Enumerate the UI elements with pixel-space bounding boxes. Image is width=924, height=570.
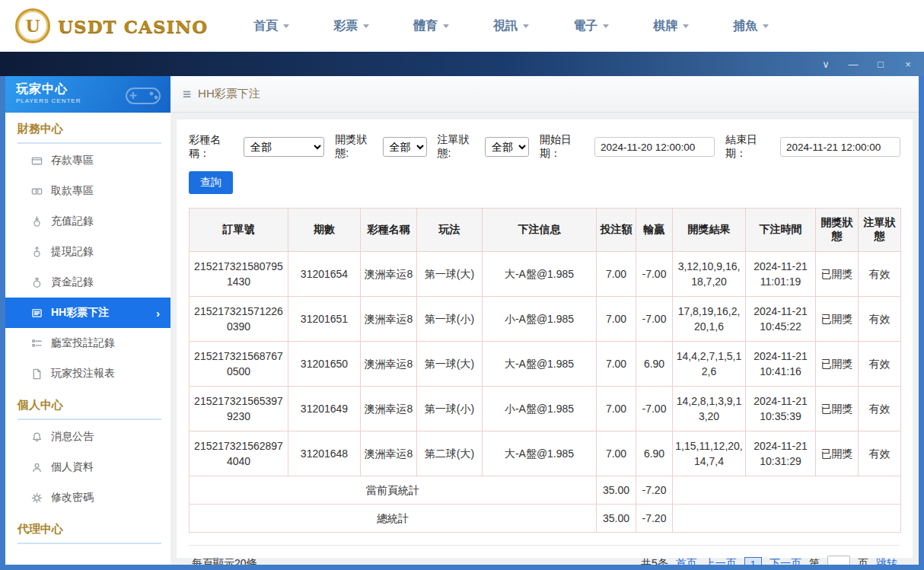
sidebar-item-change-password[interactable]: 修改密碼 (5, 482, 170, 513)
panel-wrap: 彩種名稱： 全部 開獎狀態: 全部 注單狀態: 全部 開始日期： (170, 113, 919, 565)
breadcrumb: ≡ HH彩票下注 (170, 76, 919, 113)
first-page-link[interactable]: 首页 (676, 557, 697, 565)
draw-status-select[interactable]: 全部 (383, 137, 427, 157)
sidebar-item-recharge-records[interactable]: 充值記錄 (5, 206, 170, 237)
total-summary-row: 總統計 35.00 -7.20 (190, 505, 901, 533)
cell-draw-result: 14,4,2,7,1,5,12,6 (673, 342, 746, 387)
cell-bet-info: 大-A盤@1.985 (483, 431, 597, 476)
current-page[interactable]: 1 (744, 557, 762, 565)
cell-winloss: -7.00 (636, 387, 673, 431)
table-row: 2152173215807951430 31201654 澳洲幸运8 第一球(大… (190, 252, 901, 297)
cell-lottery: 澳洲幸运8 (361, 431, 417, 476)
cell-period: 31201654 (288, 252, 361, 297)
jump-page-input[interactable] (827, 556, 850, 565)
table-row: 2152173215712260390 31201651 澳洲幸运8 第一球(小… (190, 297, 901, 342)
cell-bet-amount: 7.00 (597, 387, 636, 431)
site-header: U USDT CASINO 首頁 彩票 體育 視訊 電子 棋牌 捕魚 (0, 0, 924, 52)
order-status-select[interactable]: 全部 (485, 137, 529, 157)
lottery-name-select[interactable]: 全部 (244, 137, 324, 157)
bet-table: 訂單號 期數 彩種名稱 玩法 下注信息 投注額 輸贏 開獎結果 下注時間 開獎狀… (189, 208, 901, 533)
total-summary-label: 總統計 (190, 505, 597, 533)
sidebar-section-finance[interactable]: 財務中心 (18, 122, 161, 144)
cell-winloss: -7.00 (636, 297, 673, 342)
table-row: 2152173215687670500 31201650 澳洲幸运8 第一球(大… (190, 342, 901, 387)
nav-item-home[interactable]: 首頁 (253, 18, 289, 34)
chevron-right-icon: › (156, 307, 160, 320)
sidebar-section-agent[interactable]: 代理中心 (18, 522, 161, 544)
window-close-icon[interactable]: × (903, 59, 913, 69)
cell-order-no: 2152173215712260390 (190, 297, 288, 342)
cell-draw-status: 已開獎 (816, 387, 859, 431)
cell-order-status: 有效 (859, 342, 901, 387)
nav-item-fishing[interactable]: 捕魚 (733, 18, 769, 34)
panel: 彩種名稱： 全部 開獎狀態: 全部 注單狀態: 全部 開始日期： (177, 119, 913, 558)
table-footer: 每頁顯示20條 共5条 首页 上一页 1 下一页 第 页 跳转 (189, 545, 900, 565)
cell-winloss: 6.90 (636, 431, 673, 476)
sidebar-header: 玩家中心 PLAYERS CENTER (5, 76, 170, 113)
sidebar-item-deposit[interactable]: 存款專區 (5, 145, 170, 176)
cell-draw-status: 已開獎 (816, 252, 859, 297)
column-header-period: 期數 (288, 209, 361, 252)
nav-item-slots[interactable]: 電子 (573, 18, 609, 34)
start-date-input[interactable] (594, 137, 715, 157)
nav-item-cards[interactable]: 棋牌 (653, 18, 689, 34)
cell-bet-time: 2024-11-21 10:35:39 (746, 387, 816, 431)
page-title: HH彩票下注 (198, 87, 260, 101)
chevron-down-icon (443, 24, 449, 28)
cell-draw-result: 14,2,8,1,3,9,13,20 (673, 387, 746, 431)
column-header-bet-amount: 投注額 (597, 209, 636, 252)
jump-button[interactable]: 跳转 (876, 557, 897, 565)
chevron-down-icon (763, 24, 769, 28)
site-logo[interactable]: U USDT CASINO (15, 8, 208, 43)
end-date-input[interactable] (780, 137, 900, 157)
cell-order-no: 2152173215807951430 (190, 252, 288, 297)
column-header-lottery: 彩種名稱 (361, 209, 417, 252)
cell-bet-info: 小-A盤@1.985 (483, 297, 597, 342)
sidebar-item-withdraw[interactable]: 取款專區 (5, 176, 170, 206)
gamepad-icon (123, 82, 163, 107)
menu-toggle-icon[interactable]: ≡ (183, 86, 191, 103)
sidebar-item-cashout-records[interactable]: 提現記錄 (5, 237, 170, 267)
sidebar-item-hall-bet-records[interactable]: 廳室投註記錄 (5, 328, 170, 358)
window-maximize-icon[interactable]: □ (875, 59, 886, 69)
cell-bet-amount: 7.00 (597, 431, 636, 476)
next-page-link[interactable]: 下一页 (769, 557, 801, 565)
cell-winloss: -7.00 (636, 252, 673, 297)
column-header-order-status: 注單狀態 (859, 209, 901, 252)
cell-order-status: 有效 (859, 297, 901, 342)
search-button[interactable]: 查詢 (189, 171, 233, 194)
table-row: 2152173215653979230 31201649 澳洲幸运8 第一球(小… (190, 387, 901, 431)
column-header-bet-info: 下注信息 (483, 209, 597, 252)
nav-item-lottery[interactable]: 彩票 (333, 18, 369, 34)
sidebar-item-hh-lottery-bets[interactable]: HH彩票下注 › (5, 298, 170, 328)
cell-bet-info: 小-A盤@1.985 (483, 387, 597, 431)
nav-item-live[interactable]: 視訊 (493, 18, 529, 34)
bell-icon (31, 431, 43, 443)
sidebar-item-funds-records[interactable]: 資金記錄 (5, 267, 170, 298)
cashout-icon (31, 247, 43, 258)
gear-icon (31, 492, 43, 504)
column-header-draw-result: 開獎結果 (673, 209, 746, 252)
sidebar-section-personal[interactable]: 個人中心 (18, 398, 161, 420)
column-header-bet-time: 下注時間 (746, 209, 816, 252)
table-row: 2152173215628974040 31201648 澳洲幸运8 第二球(大… (190, 431, 901, 476)
sidebar-item-player-bet-report[interactable]: 玩家投注報表 (5, 358, 170, 389)
cell-lottery: 澳洲幸运8 (361, 342, 417, 387)
sidebar-item-profile[interactable]: 個人資料 (5, 452, 170, 482)
page-summary-winloss: -7.20 (636, 476, 673, 505)
cell-draw-result: 1,15,11,12,20,14,7,4 (673, 431, 746, 476)
column-header-draw-status: 開獎狀態 (816, 209, 859, 252)
page-summary-empty (673, 476, 901, 505)
app-window: ∨ — □ × 玩家中心 PLAYERS CENTER 財務中心 存款專區 (0, 52, 924, 570)
nav-item-sports[interactable]: 體育 (413, 18, 449, 34)
logo-emblem-icon: U (15, 8, 50, 43)
window-collapse-icon[interactable]: ∨ (820, 59, 831, 69)
cell-play: 第一球(大) (417, 252, 483, 297)
prev-page-link[interactable]: 上一页 (705, 557, 737, 565)
window-minimize-icon[interactable]: — (848, 59, 859, 69)
draw-status-label: 開獎狀態: (335, 133, 378, 161)
jump-label-before: 第 (809, 557, 820, 565)
jump-label-after: 页 (858, 557, 868, 565)
sidebar-item-announcements[interactable]: 消息公告 (5, 422, 170, 452)
cell-order-no: 2152173215628974040 (190, 431, 288, 476)
